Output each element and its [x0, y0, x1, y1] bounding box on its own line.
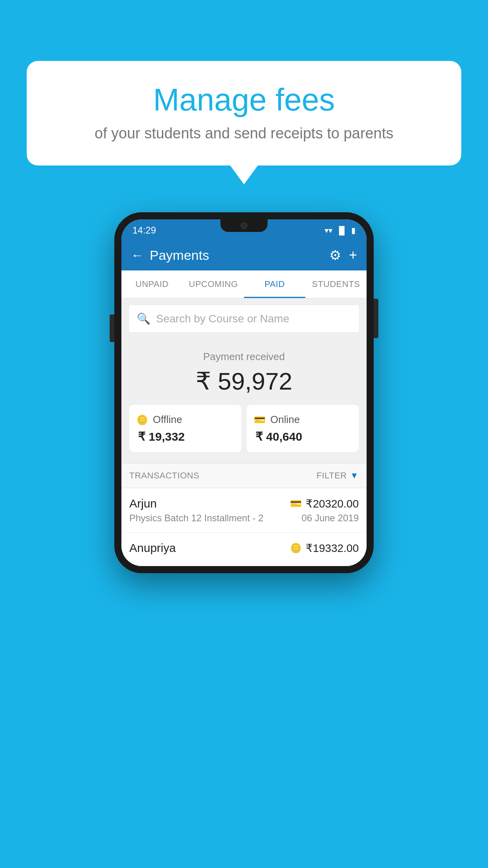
phone-notch [220, 219, 268, 232]
offline-card: 🪙 Offline ₹ 19,332 [129, 405, 241, 452]
wifi-icon: ▾▾ [325, 226, 332, 235]
offline-icon: 🪙 [136, 414, 148, 425]
txn-bottom-arjun: Physics Batch 12 Installment - 2 06 June… [129, 513, 359, 524]
payment-summary: Payment received ₹ 59,972 🪙 Offline ₹ 19… [121, 339, 367, 463]
txn-top-anupriya: Anupriya 🪙 ₹19332.00 [129, 541, 359, 555]
payment-total-amount: ₹ 59,972 [129, 367, 359, 395]
search-bar[interactable]: 🔍 Search by Course or Name [128, 305, 360, 333]
online-card: 💳 Online ₹ 40,640 [247, 405, 359, 452]
phone-outer: 14:29 ▾▾ ▐▌ ▮ ← Payments ⚙ + [114, 212, 374, 573]
search-input[interactable]: Search by Course or Name [156, 313, 289, 325]
battery-icon: ▮ [351, 226, 356, 235]
txn-amount-wrap-arjun: 💳 ₹20320.00 [290, 497, 359, 510]
tab-paid[interactable]: PAID [244, 270, 305, 298]
signal-icon: ▐▌ [336, 226, 347, 235]
offline-card-header: 🪙 Offline [136, 414, 182, 426]
txn-date-arjun: 06 June 2019 [302, 513, 359, 524]
settings-button[interactable]: ⚙ [329, 247, 341, 263]
tabs-bar: UNPAID UPCOMING PAID STUDENTS [121, 270, 367, 298]
transactions-label: TRANSACTIONS [129, 471, 199, 481]
status-icons: ▾▾ ▐▌ ▮ [325, 226, 356, 235]
offline-amount: ₹ 19,332 [138, 430, 185, 443]
bubble-subtitle: of your students and send receipts to pa… [50, 125, 438, 142]
filter-icon: ▼ [350, 471, 359, 481]
transaction-row[interactable]: Arjun 💳 ₹20320.00 Physics Batch 12 Insta… [121, 488, 367, 533]
app-bar: ← Payments ⚙ + [121, 240, 367, 270]
txn-amount-wrap-anupriya: 🪙 ₹19332.00 [290, 542, 359, 555]
txn-amount-arjun: ₹20320.00 [306, 497, 359, 510]
tab-unpaid[interactable]: UNPAID [121, 270, 183, 298]
online-amount: ₹ 40,640 [255, 430, 302, 443]
app-bar-title: Payments [150, 248, 209, 263]
tab-students[interactable]: STUDENTS [305, 270, 367, 298]
payment-cards: 🪙 Offline ₹ 19,332 💳 Online ₹ 40,640 [129, 405, 359, 452]
payment-received-label: Payment received [129, 351, 359, 363]
filter-label: FILTER [317, 471, 347, 481]
txn-amount-anupriya: ₹19332.00 [306, 542, 359, 555]
online-icon: 💳 [254, 414, 266, 425]
transaction-row[interactable]: Anupriya 🪙 ₹19332.00 [121, 533, 367, 566]
speech-bubble-wrapper: Manage fees of your students and send re… [27, 61, 461, 166]
search-bar-wrapper: 🔍 Search by Course or Name [121, 298, 367, 339]
back-button[interactable]: ← [131, 248, 143, 263]
speech-bubble: Manage fees of your students and send re… [27, 61, 461, 166]
status-time: 14:29 [132, 225, 156, 236]
txn-top-arjun: Arjun 💳 ₹20320.00 [129, 497, 359, 510]
front-camera [240, 222, 248, 229]
txn-course-arjun: Physics Batch 12 Installment - 2 [129, 513, 263, 524]
bubble-title: Manage fees [50, 83, 438, 117]
txn-name-arjun: Arjun [129, 497, 157, 510]
phone-screen: 14:29 ▾▾ ▐▌ ▮ ← Payments ⚙ + [121, 219, 367, 566]
app-bar-left: ← Payments [131, 248, 209, 263]
txn-name-anupriya: Anupriya [129, 541, 176, 555]
app-bar-right: ⚙ + [329, 247, 357, 263]
online-label: Online [270, 414, 300, 426]
tab-upcoming[interactable]: UPCOMING [183, 270, 244, 298]
transactions-header: TRANSACTIONS FILTER ▼ [121, 463, 367, 488]
add-button[interactable]: + [349, 247, 357, 263]
txn-card-icon: 💳 [290, 498, 302, 509]
txn-offline-icon: 🪙 [290, 542, 302, 554]
filter-button[interactable]: FILTER ▼ [317, 471, 359, 481]
phone-wrapper: 14:29 ▾▾ ▐▌ ▮ ← Payments ⚙ + [114, 212, 374, 573]
online-card-header: 💳 Online [254, 414, 300, 426]
search-icon: 🔍 [137, 312, 150, 325]
offline-label: Offline [153, 414, 182, 426]
